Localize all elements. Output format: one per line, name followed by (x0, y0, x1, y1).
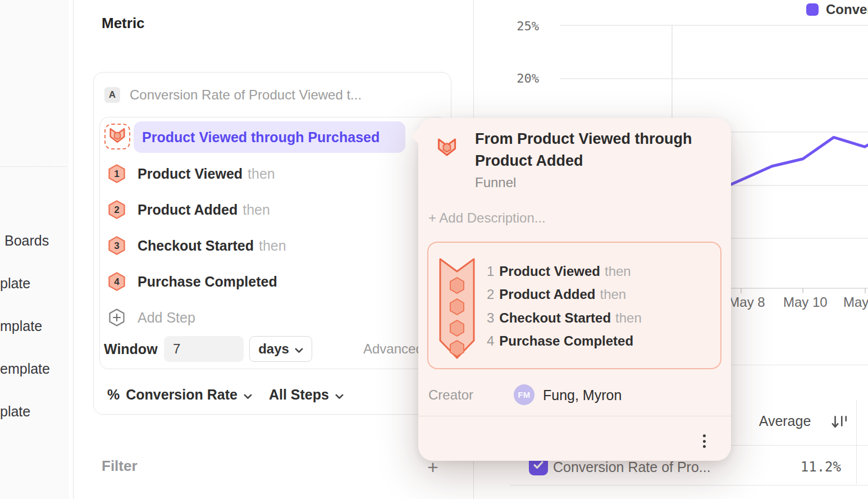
popover-step-4: 4Purchase Completed (487, 332, 638, 350)
step-3-label: Checkout Startedthen (138, 238, 286, 254)
popover-arrow (410, 128, 419, 144)
sidebar-border (73, 0, 74, 499)
creator-avatar: FM (514, 384, 534, 405)
add-step-button[interactable]: Add Step (100, 306, 437, 329)
step-3-hexagon-badge: 3 (108, 236, 126, 255)
table-row-divider (510, 485, 868, 486)
x-axis-tick-may10: May 10 (783, 294, 823, 310)
chevron-down-icon (295, 341, 303, 357)
add-description-button[interactable]: + Add Description... (428, 210, 546, 226)
metric-card: A Conversion Rate of Product Viewed t...… (93, 72, 451, 415)
window-unit-select[interactable]: days (249, 336, 312, 362)
x-axis-tick-may12: May 12 (843, 294, 868, 310)
funnel-icon (436, 137, 458, 160)
conversion-rate-line-series (710, 130, 868, 193)
table-row-average-value: 11.2% (754, 457, 841, 477)
sidebar-item-template-3[interactable]: emplate (0, 359, 50, 379)
step-4-hexagon-badge: 4 (108, 272, 126, 291)
sidebar-item-template-2[interactable]: mplate (0, 316, 42, 336)
funnel-step-row-1[interactable]: 1 Product Viewedthen (100, 162, 437, 185)
more-options-kebab-icon[interactable] (697, 433, 711, 450)
funnel-step-row-3[interactable]: 3 Checkout Startedthen (100, 234, 437, 257)
funnel-details-popover: From Product Viewed through Product Adde… (418, 118, 731, 461)
chevron-down-icon[interactable] (335, 387, 344, 403)
app-root: Boards plate mplate emplate plate Metric… (0, 0, 868, 499)
x-axis-tick-may8: May 8 (727, 294, 766, 310)
funnel-name-link[interactable]: Product Viewed through Purchased (134, 121, 405, 153)
series-title[interactable]: Conversion Rate of Product Viewed t... (130, 87, 362, 103)
popover-steps-card: 1Product Viewedthen 2Product Addedthen 3… (427, 242, 721, 369)
sidebar: Boards plate mplate emplate plate (0, 0, 69, 499)
popover-step-1: 1Product Viewedthen (487, 262, 631, 280)
window-label: Window (104, 336, 158, 362)
window-unit-value: days (258, 341, 289, 357)
popover-step-2: 2Product Addedthen (487, 285, 626, 303)
funnel-step-row-4[interactable]: 4 Purchase Completed (100, 270, 437, 293)
svg-text:1: 1 (114, 169, 119, 179)
percent-symbol: % (107, 387, 120, 403)
series-a-badge: A (104, 87, 120, 103)
measure-type-dropdown[interactable]: Conversion Rate (126, 387, 237, 403)
step-4-label: Purchase Completed (138, 274, 282, 290)
svg-text:4: 4 (114, 276, 120, 287)
svg-text:3: 3 (114, 241, 119, 251)
filter-section-heading: Filter (102, 457, 138, 475)
step-1-hexagon-badge: 1 (108, 164, 126, 183)
average-column-header[interactable]: Average (743, 413, 827, 429)
step-2-hexagon-badge: 2 (108, 200, 126, 219)
funnel-definition-card: Product Viewed through Purchased 1 Produ… (99, 117, 446, 369)
popover-title: From Product Viewed through Product Adde… (475, 128, 705, 172)
window-row: Window days Advanced... (100, 336, 442, 362)
creator-name: Fung, Myron (543, 385, 622, 405)
steps-scope-dropdown[interactable]: All Steps (269, 387, 329, 403)
funnel-icon (108, 126, 126, 147)
funnel-step-row-2[interactable]: 2 Product Addedthen (100, 198, 437, 221)
svg-text:2: 2 (114, 205, 119, 215)
funnel-banner-icon (438, 255, 476, 364)
metric-section-heading: Metric (102, 15, 145, 32)
popover-footer-divider (418, 416, 731, 416)
popover-step-3: 3Checkout Startedthen (487, 309, 642, 327)
measure-row: % Conversion Rate All Steps (107, 382, 344, 407)
funnel-event-icon-box[interactable] (104, 124, 130, 149)
step-1-label: Product Viewedthen (138, 166, 275, 182)
step-2-label: Product Addedthen (138, 202, 270, 218)
popover-type-label: Funnel (475, 175, 516, 190)
sidebar-item-boards[interactable]: Boards (4, 230, 49, 251)
chevron-down-icon[interactable] (244, 387, 252, 403)
window-value-input[interactable] (164, 336, 244, 362)
sort-descending-icon[interactable] (830, 414, 848, 433)
sidebar-item-template-4[interactable]: plate (0, 401, 30, 421)
sidebar-item-template-1[interactable]: plate (0, 273, 30, 293)
table-column-divider (856, 400, 857, 484)
add-step-hexagon-icon (108, 309, 126, 326)
add-step-label: Add Step (138, 310, 195, 326)
sidebar-divider (0, 166, 66, 167)
creator-label: Creator (428, 385, 473, 405)
